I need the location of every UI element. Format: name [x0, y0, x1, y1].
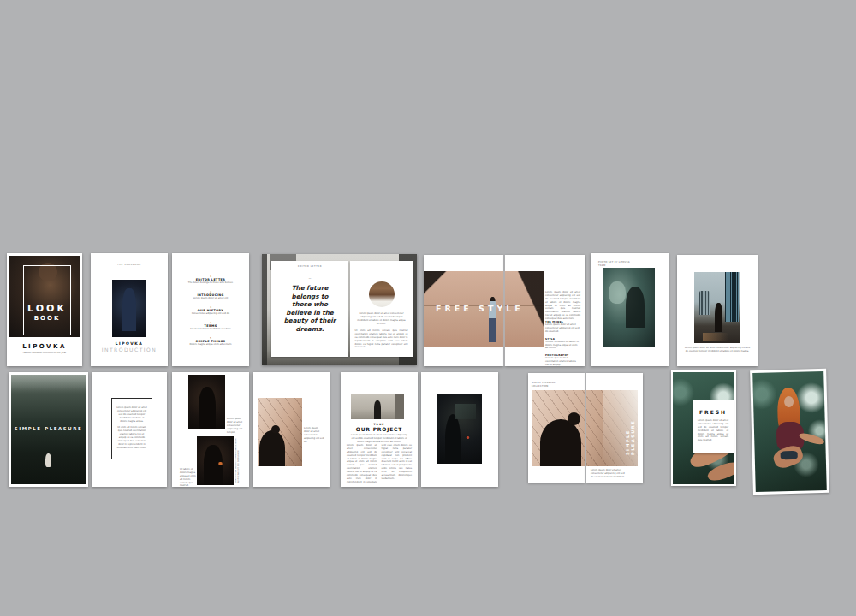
contents-item-subtitle: Lorem ipsum dolor sit amet elit — [181, 297, 241, 300]
page-simple-pleasure-cover: SIMPLE PLEASURE — [9, 372, 88, 487]
glass-caption: PHOTO SET BY LIPOVKA TEAM — [598, 261, 634, 268]
project-photo — [351, 394, 404, 419]
pleasure-vertical-title: SIMPLE PLEASURE — [625, 402, 631, 455]
city-photo — [694, 272, 740, 343]
fresh-right-photo — [752, 371, 827, 492]
contents-item-subtitle: Dolore magna aliqua enim ad veniam — [181, 343, 241, 346]
free-style-section: STYLE Tempor incididunt ut labore et dol… — [545, 337, 580, 351]
city-building — [699, 291, 710, 315]
intro-top-label: THE LOOKBOOK — [108, 264, 151, 267]
pleasure-spread: SIMPLE PLEASURE COLLECTION SIMPLE PLEASU… — [528, 373, 643, 483]
glass-hand-photo — [603, 268, 655, 346]
tiled-model-head — [271, 425, 280, 434]
red-light-spot — [466, 436, 470, 439]
section-text: Tempor incididunt ut labore et dolore ma… — [545, 341, 580, 351]
simple-pleasure-title: SIMPLE PLEASURE — [13, 426, 84, 431]
free-style-sections: THE MODEL Lorem ipsum dolor sit amet con… — [545, 320, 580, 367]
spread-gutter — [585, 373, 586, 483]
editor-letter-header: EDITOR LETTER — [288, 265, 331, 269]
dark-model-1 — [199, 387, 216, 429]
dark-caption-1: Lorem ipsum dolor sit amet consectetur a… — [227, 418, 247, 434]
free-style-title: FREE STYLE — [436, 304, 538, 313]
letter-para1: Lorem ipsum dolor sit amet consectetur a… — [116, 406, 147, 423]
fresh-title: FRESH — [696, 409, 730, 415]
contents-list: 1 EDITOR LETTER The future belongs to th… — [181, 275, 241, 346]
fog-overlay — [11, 375, 86, 394]
hiker-figure — [45, 453, 51, 467]
contents-item-subtitle: Consectetur adipiscing elit sed do — [181, 312, 241, 316]
pleasure-top-caption: SIMPLE PLEASURE COLLECTION — [532, 382, 566, 388]
project-dark-figure — [445, 414, 461, 464]
contents-item: 5 SIMPLE THINGS Dolore magna aliqua enim… — [181, 337, 241, 346]
dark-photo-2 — [197, 436, 234, 485]
project-subtitle: Lorem ipsum dolor sit amet consectetur a… — [349, 434, 409, 444]
ground-reflection — [703, 333, 728, 341]
dark-photo-1 — [188, 375, 225, 429]
tiled-model-silhouette — [259, 430, 285, 466]
page-glass-hand: PHOTO SET BY LIPOVKA TEAM — [591, 253, 669, 366]
project-model-silhouette — [374, 400, 381, 419]
editor-letter-para2: Ut enim ad minim veniam quis nostrud exe… — [355, 329, 408, 349]
fresh-text-box: FRESH Lorem ipsum dolor sit amet consect… — [693, 400, 734, 453]
dark-caption-2: Ut labore et dolore magna aliqua ut enim… — [180, 468, 196, 488]
page-contents: 1 EDITOR LETTER The future belongs to th… — [172, 253, 249, 366]
intro-photo — [112, 280, 146, 337]
cover-title-look: LOOK — [23, 303, 71, 314]
project-spread: TRUE OUR PROJECT Lorem ipsum dolor sit a… — [341, 372, 498, 487]
page-cover: LOOK BOOK LIPOVKA Fashion lookbook colle… — [7, 253, 82, 366]
pleasure-model-silhouette — [540, 419, 581, 466]
page-introduction: THE LOOKBOOK LIPOVKA INTRODUCTION — [91, 253, 168, 366]
page-dark-left: Lorem ipsum dolor sit amet consectetur a… — [172, 372, 249, 487]
page-project-left: TRUE OUR PROJECT Lorem ipsum dolor sit a… — [341, 372, 418, 487]
fresh-para: Lorem ipsum dolor sit amet consectetur a… — [698, 419, 728, 442]
cover-title-book: BOOK — [23, 315, 71, 322]
page-editor-letter-left: EDITOR LETTER — The future belongs to th… — [271, 261, 348, 357]
dark-spread: Lorem ipsum dolor sit amet consectetur a… — [172, 372, 330, 487]
project-title: OUR PROJECT — [345, 426, 413, 432]
contents-item-subtitle: Eiusmod tempor incididunt ut labore — [181, 328, 241, 331]
city-model-silhouette — [715, 303, 722, 332]
contents-item: 3 OUR HISTORY Consectetur adipiscing eli… — [181, 306, 241, 316]
doorway-shadow — [395, 394, 404, 419]
hand-palm-shape — [609, 281, 626, 304]
section-text: Lorem ipsum dolor sit amet consectetur a… — [545, 323, 580, 334]
editor-letter-para1: Lorem ipsum dolor sit amet consectetur a… — [357, 312, 407, 326]
glass-model-silhouette — [626, 287, 645, 328]
intro-brand: LIPOVKA — [99, 341, 159, 346]
editor-letter-quote: The future belongs to those who believe … — [283, 284, 336, 333]
tiled-wall-photo — [258, 398, 302, 466]
editor-letter-spread-background-photo: EDITOR LETTER — The future belongs to th… — [262, 254, 417, 365]
page-letter-box: Lorem ipsum dolor sit amet consectetur a… — [92, 372, 167, 487]
section-text: Veniam quis nostrud exercitation ullamco… — [545, 357, 580, 367]
city-caption: Lorem ipsum dolor sit amet consectetur a… — [684, 346, 751, 353]
page-fresh-left: FRESH Lorem ipsum dolor sit amet consect… — [671, 370, 736, 486]
free-style-photo: FREE STYLE — [424, 271, 544, 346]
editor-avatar-photo — [369, 281, 395, 307]
project-body: Lorem ipsum dolor sit amet consectetur a… — [347, 444, 412, 484]
cover-brand: LIPOVKA — [10, 343, 79, 350]
model-shorts — [781, 451, 798, 460]
free-style-section: PHOTOGRAPHY Veniam quis nostrud exercita… — [545, 353, 580, 367]
page-dark-right: Lorem ipsum dolor sit amet consectetur a… — [253, 372, 330, 487]
letter-border-box: Lorem ipsum dolor sit amet consectetur a… — [111, 398, 152, 459]
page-fresh-right — [750, 369, 829, 495]
project-dark-photo — [437, 394, 482, 464]
warm-light-spot — [217, 462, 223, 465]
letter-para2: Ut enim ad minim veniam quis nostrud exe… — [116, 426, 147, 449]
cover-frame — [23, 265, 71, 335]
pleasure-caption: Lorem ipsum dolor sit amet consectetur a… — [591, 469, 625, 479]
contents-item-subtitle: The future belongs to those who believe — [181, 281, 241, 285]
page-project-right — [421, 372, 498, 487]
cover-tagline: Fashion lookbook collection of the year — [14, 352, 75, 355]
dark-vertical-caption: LOREM IPSUM DOLOR SIT AMET CONSECTETUR A… — [235, 438, 238, 483]
free-style-section: THE MODEL Lorem ipsum dolor sit amet con… — [545, 320, 580, 334]
spread-gutter — [503, 255, 505, 366]
city-tower — [725, 272, 739, 322]
contents-item: 2 INTRODUCING Lorem ipsum dolor sit amet… — [181, 291, 241, 300]
editor-letter-mark: — — [307, 276, 312, 280]
page-city: Lorem ipsum dolor sit amet consectetur a… — [677, 255, 758, 366]
template-preview-canvas: LOOK BOOK LIPOVKA Fashion lookbook colle… — [0, 0, 856, 616]
page-editor-letter-right: Lorem ipsum dolor sit amet consectetur a… — [350, 261, 413, 357]
screen-glow — [455, 404, 476, 419]
free-style-spread: FREE STYLE Lorem ipsum dolor sit amet co… — [424, 255, 585, 366]
